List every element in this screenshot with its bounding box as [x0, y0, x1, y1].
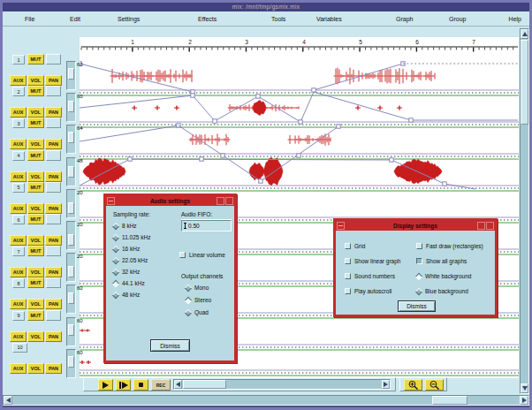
- track-9-level-slider[interactable]: [66, 317, 76, 346]
- channel-mono[interactable]: Mono: [186, 284, 209, 292]
- track-4-number-button[interactable]: 4: [12, 151, 25, 161]
- menu-item-tools[interactable]: Tools: [271, 16, 285, 22]
- menu-item-graph[interactable]: Graph: [396, 16, 413, 22]
- track-2-aux-button[interactable]: AUX: [10, 107, 27, 118]
- track-7-blank-button[interactable]: [46, 246, 61, 256]
- track-8-blank-button[interactable]: [46, 277, 61, 288]
- track-9-level-slider-thumb[interactable]: [68, 324, 74, 336]
- dialog-minimize-button[interactable]: [217, 197, 224, 205]
- track-5-blank-button[interactable]: [46, 182, 61, 193]
- option-linear-volume[interactable]: Linear volume: [179, 251, 225, 259]
- track-7-level-slider[interactable]: [66, 253, 76, 282]
- channel-stereo[interactable]: Stereo: [186, 296, 211, 304]
- track-5-pan-button[interactable]: PAN: [45, 203, 62, 214]
- menu-item-variables[interactable]: Variables: [316, 16, 342, 22]
- track-5-number-button[interactable]: 5: [12, 183, 25, 193]
- track-9-aux-button[interactable]: AUX: [10, 331, 27, 342]
- track-1-number-button[interactable]: 1: [12, 55, 25, 65]
- dialog-menu-button[interactable]: [107, 197, 115, 205]
- track-3-pan-button[interactable]: PAN: [45, 139, 62, 149]
- track-8-level-slider[interactable]: [66, 285, 76, 314]
- track-10-vol-button[interactable]: VOL: [27, 363, 44, 374]
- scroll-up-button[interactable]: [521, 29, 528, 39]
- dialog-minimize-button[interactable]: [477, 222, 485, 230]
- track-4-mute-button[interactable]: MUT: [27, 150, 44, 161]
- option-sound-numbers[interactable]: Sound numbers: [345, 272, 395, 280]
- option-grid[interactable]: Grid: [345, 242, 365, 250]
- track-9-pan-button[interactable]: PAN: [45, 331, 62, 342]
- track-6-number-button[interactable]: 6: [12, 215, 25, 224]
- track-6-level-slider[interactable]: [66, 221, 76, 250]
- scroll-down-button[interactable]: [521, 383, 528, 393]
- track-5-level-slider-thumb[interactable]: [68, 202, 74, 214]
- track-3-vol-button[interactable]: VOL: [27, 139, 44, 149]
- window-titlebar[interactable]: mix: /mnt/tmp/gsmix.mix: [3, 2, 529, 11]
- track-2-mute-button[interactable]: MUT: [27, 86, 44, 96]
- track-7-number-button[interactable]: 7: [12, 247, 25, 256]
- timeline-scrollbar[interactable]: [173, 379, 391, 390]
- scroll-left-button[interactable]: [174, 380, 182, 389]
- option-play-autoscroll[interactable]: Play autoscroll: [345, 287, 391, 295]
- track-4-level-slider[interactable]: [66, 157, 76, 186]
- option-show-linear-graph[interactable]: Show linear graph: [345, 257, 400, 265]
- track-2-level-slider[interactable]: [66, 93, 76, 122]
- track-8-vol-button[interactable]: VOL: [27, 299, 44, 309]
- menu-item-group[interactable]: Group: [449, 16, 466, 22]
- record-dot-button[interactable]: [133, 379, 148, 391]
- menu-item-settings[interactable]: Settings: [118, 16, 140, 22]
- track-8-mute-button[interactable]: MUT: [27, 277, 44, 288]
- horizontal-scrollbar[interactable]: [3, 395, 529, 406]
- rate-16-khz[interactable]: 16 kHz: [113, 245, 140, 253]
- vertical-scrollbar[interactable]: [520, 28, 529, 394]
- track-5-level-slider[interactable]: [66, 189, 76, 218]
- track-4-blank-button[interactable]: [46, 150, 61, 161]
- track-3-mute-button[interactable]: MUT: [27, 118, 44, 128]
- track-7-vol-button[interactable]: VOL: [27, 267, 44, 277]
- rate-32-khz[interactable]: 32 kHz: [113, 268, 140, 276]
- track-4-level-slider-thumb[interactable]: [68, 166, 74, 178]
- track-7-mute-button[interactable]: MUT: [27, 246, 44, 256]
- step-play-button[interactable]: [116, 379, 131, 391]
- vertical-scrollbar-thumb[interactable]: [521, 40, 528, 125]
- track-9-blank-button[interactable]: [46, 310, 61, 321]
- horizontal-scrollbar-thumb[interactable]: [432, 396, 467, 405]
- track-10-aux-button[interactable]: AUX: [10, 363, 27, 374]
- track-3-blank-button[interactable]: [46, 118, 61, 128]
- track-5-mute-button[interactable]: MUT: [27, 182, 44, 193]
- track-3-number-button[interactable]: 3: [12, 118, 25, 128]
- track-1-mute-button[interactable]: MUT: [27, 54, 44, 65]
- track-6-level-slider-thumb[interactable]: [68, 234, 74, 246]
- track-6-vol-button[interactable]: VOL: [27, 235, 44, 246]
- rate-8-khz[interactable]: 8 kHz: [113, 222, 137, 230]
- display-dismiss-button[interactable]: Dismiss: [398, 300, 436, 312]
- channel-quad[interactable]: Quad: [186, 308, 209, 316]
- track-2-number-button[interactable]: 2: [12, 87, 25, 96]
- track-9-number-button[interactable]: 9: [12, 311, 25, 321]
- track-1-level-slider[interactable]: [66, 61, 76, 90]
- track-10-number-button[interactable]: 10: [12, 343, 27, 353]
- option-white-background[interactable]: White background: [416, 272, 471, 280]
- track-8-pan-button[interactable]: PAN: [45, 299, 62, 309]
- audio-fifo-input[interactable]: 0.50: [181, 220, 232, 232]
- hscroll-right-button[interactable]: [520, 396, 528, 405]
- track-6-pan-button[interactable]: PAN: [45, 235, 62, 246]
- track-4-aux-button[interactable]: AUX: [10, 171, 27, 182]
- track-4-vol-button[interactable]: VOL: [27, 171, 44, 182]
- track-1-vol-button[interactable]: VOL: [27, 75, 44, 86]
- menu-item-file[interactable]: File: [25, 16, 34, 22]
- audio-dismiss-button[interactable]: Dismiss: [150, 339, 190, 352]
- rate-44-1-khz[interactable]: 44.1 kHz: [113, 279, 145, 287]
- dialog-maximize-button[interactable]: [225, 197, 233, 205]
- track-2-blank-button[interactable]: [46, 86, 61, 96]
- dialog-maximize-button[interactable]: [486, 222, 494, 230]
- play-button[interactable]: [98, 379, 113, 391]
- menu-item-help[interactable]: Help: [509, 16, 521, 22]
- menu-item-effects[interactable]: Effects: [198, 16, 217, 22]
- rate-22-05-khz[interactable]: 22.05 kHz: [113, 256, 148, 264]
- zoom-out-button[interactable]: [425, 379, 444, 391]
- timeline-scrollbar-thumb[interactable]: [183, 380, 226, 389]
- track-5-vol-button[interactable]: VOL: [27, 203, 44, 214]
- menu-item-edit[interactable]: Edit: [70, 16, 80, 22]
- track-8-level-slider-thumb[interactable]: [68, 292, 74, 304]
- track-3-level-slider[interactable]: [66, 125, 76, 154]
